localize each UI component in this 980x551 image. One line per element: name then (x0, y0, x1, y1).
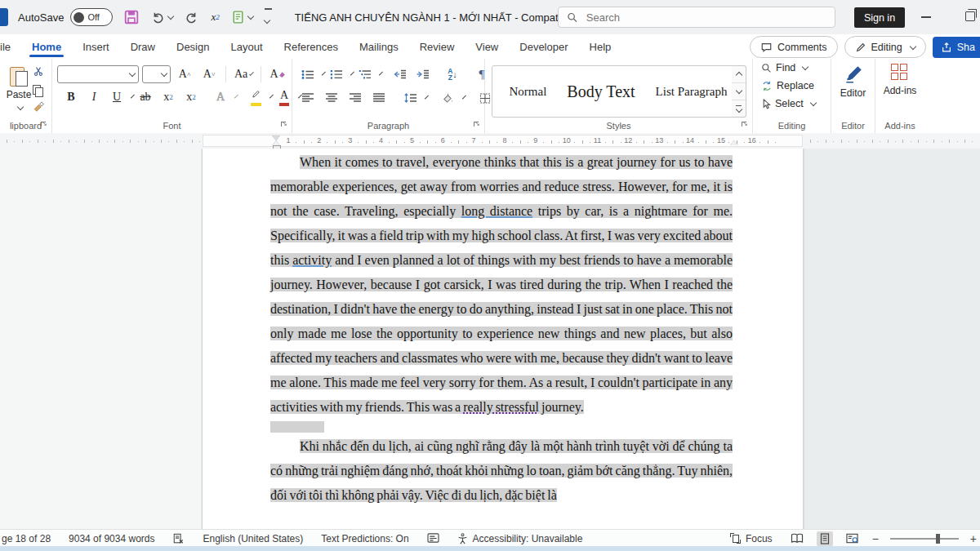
font-dialog-launcher-icon[interactable] (281, 122, 289, 130)
tab-home[interactable]: Home (21, 34, 72, 59)
copy-button[interactable] (33, 85, 43, 96)
tab-review[interactable]: Review (409, 34, 466, 59)
accessibility-button[interactable]: Accessibility: Unavailable (457, 533, 583, 544)
sort-button[interactable]: AZ ↓ (442, 65, 463, 83)
grow-font-button[interactable]: A˄ (174, 65, 195, 83)
flagged-text-run[interactable]: activity (292, 253, 332, 267)
sign-in-button[interactable]: Sign in (854, 7, 905, 28)
text-run[interactable]: and I even planned a lot of things with … (270, 253, 733, 414)
italic-button[interactable]: I (83, 88, 105, 106)
customize-quick-access-toolbar-icon[interactable] (265, 8, 272, 25)
tab-developer[interactable]: Developer (509, 34, 578, 59)
new-dropdown-chevron-icon[interactable] (247, 13, 253, 20)
restore-window-icon[interactable] (965, 11, 975, 21)
word-app-icon[interactable] (0, 8, 8, 26)
bullets-button[interactable] (297, 65, 318, 83)
align-left-button[interactable] (297, 89, 318, 107)
change-case-button[interactable]: Aa (232, 65, 255, 83)
flagged-text-run[interactable]: really stressful (463, 400, 539, 414)
paragraph[interactable]: When it comes to travel, everyone thinks… (270, 150, 733, 420)
clipboard-dialog-launcher-icon[interactable] (41, 122, 49, 130)
replace-button[interactable]: Replace (753, 77, 831, 95)
shrink-font-button[interactable]: A˅ (198, 65, 220, 83)
tab-insert[interactable]: Insert (72, 34, 120, 59)
redo-button[interactable] (185, 11, 199, 24)
text-run[interactable]: Khi nhắc đến du lịch, ai cũng nghĩ rằng … (270, 439, 733, 502)
increase-indent-button[interactable] (412, 65, 434, 83)
quick-access-new-button[interactable] (231, 10, 253, 24)
horizontal-ruler[interactable]: 12345678910111213141516 (0, 133, 980, 149)
strikethrough-button[interactable]: ab (135, 88, 156, 106)
paragraph-dialog-launcher-icon[interactable] (474, 122, 482, 130)
select-button[interactable]: Select (753, 95, 831, 113)
search-input[interactable] (585, 11, 826, 24)
align-center-button[interactable] (321, 89, 342, 107)
find-button[interactable]: Find (753, 59, 831, 77)
minimize-icon[interactable] (921, 16, 931, 18)
addins-button[interactable]: Add-ins (875, 64, 924, 96)
paste-dropdown-chevron-icon[interactable] (17, 104, 24, 110)
tab-help[interactable]: Help (579, 34, 622, 59)
styles-dialog-launcher-icon[interactable] (742, 122, 750, 130)
paragraph[interactable]: Khi nhắc đến du lịch, ai cũng nghĩ rằng … (270, 434, 733, 508)
cut-button[interactable] (33, 65, 45, 80)
shading-button[interactable] (437, 89, 458, 107)
undo-button[interactable] (150, 11, 173, 24)
tab-mailings[interactable]: Mailings (349, 34, 409, 59)
focus-button[interactable]: Focus (730, 533, 773, 544)
language-indicator[interactable]: English (United States) (203, 533, 303, 544)
share-button[interactable]: Sha (933, 37, 980, 58)
styles-scroll-down-button[interactable] (732, 83, 746, 100)
justify-button[interactable] (368, 89, 390, 107)
undo-dropdown-chevron-icon[interactable] (167, 13, 174, 20)
tab-ile[interactable]: ile (0, 34, 21, 59)
editor-button[interactable]: Editor (831, 64, 875, 99)
page-indicator[interactable]: ge 18 of 28 (2, 533, 51, 544)
proofing-errors-button[interactable] (172, 533, 185, 544)
web-layout-button[interactable] (844, 531, 861, 546)
zoom-slider-handle[interactable] (936, 534, 940, 544)
tab-view[interactable]: View (465, 34, 509, 59)
bold-button[interactable]: B (60, 88, 82, 106)
numbering-button[interactable] (326, 65, 347, 83)
flagged-text-run[interactable]: long distance (461, 204, 532, 218)
style-body-text[interactable]: Body Text (567, 82, 635, 101)
editing-mode-button[interactable]: Editing (844, 36, 926, 58)
font-name-combobox[interactable] (57, 65, 139, 83)
multilevel-chevron-icon[interactable] (379, 72, 383, 76)
word-count[interactable]: 9034 of 9034 words (69, 533, 154, 544)
save-button[interactable] (124, 10, 139, 24)
text-effects-chevron-icon[interactable] (234, 95, 238, 99)
style-normal[interactable]: Normal (510, 85, 547, 99)
superscript-button[interactable]: x2 (180, 88, 202, 106)
subscript-quick-access-button[interactable]: x2 (211, 11, 219, 24)
underline-button[interactable]: U (106, 88, 127, 106)
document-page[interactable]: When it comes to travel, everyone thinks… (203, 149, 803, 529)
zoom-slider[interactable] (890, 538, 959, 540)
tab-draw[interactable]: Draw (120, 34, 166, 59)
text-effects-button[interactable]: A (210, 88, 231, 106)
text-predictions-button[interactable] (427, 533, 439, 544)
tab-layout[interactable]: Layout (220, 34, 273, 59)
style-list-paragraph[interactable]: List Paragraph (656, 85, 728, 99)
read-mode-button[interactable] (789, 531, 805, 546)
text-predictions-indicator[interactable]: Text Predictions: On (321, 533, 408, 544)
format-painter-button[interactable] (33, 101, 45, 116)
styles-scroll-up-button[interactable] (732, 66, 746, 83)
line-spacing-chevron-icon[interactable] (425, 96, 429, 100)
comments-button[interactable]: Comments (750, 36, 837, 58)
decrease-indent-button[interactable] (390, 65, 411, 83)
line-spacing-button[interactable] (399, 89, 421, 107)
align-right-button[interactable] (345, 89, 366, 107)
paste-button[interactable]: Paste (5, 65, 33, 112)
highlight-color-button[interactable] (245, 88, 266, 106)
print-layout-button[interactable] (817, 531, 833, 546)
multilevel-list-button[interactable] (354, 65, 376, 83)
clear-formatting-button[interactable]: A (267, 65, 288, 83)
font-size-combobox[interactable] (142, 65, 171, 83)
autosave-toggle[interactable]: Off (70, 8, 113, 26)
search-box[interactable] (558, 7, 835, 28)
tab-design[interactable]: Design (166, 34, 220, 59)
zoom-out-button[interactable]: − (872, 532, 879, 545)
tab-references[interactable]: References (274, 34, 349, 59)
